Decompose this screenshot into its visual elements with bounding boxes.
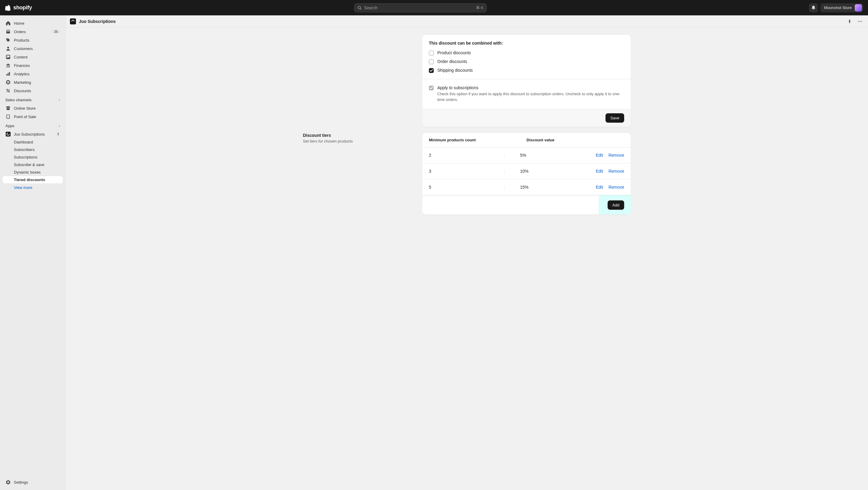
content-icon — [5, 54, 11, 60]
svg-point-8 — [7, 89, 8, 90]
svg-point-16 — [860, 21, 861, 22]
search-input[interactable]: Search ⌘ K — [354, 3, 487, 12]
svg-point-15 — [858, 21, 859, 22]
svg-point-2 — [7, 47, 9, 49]
remove-button[interactable]: Remove — [609, 185, 624, 189]
main-content: Juo Subscriptions This discount can be c… — [66, 16, 868, 490]
svg-point-12 — [8, 117, 8, 118]
nav-label: Orders — [14, 30, 26, 34]
check-label: Product discounts — [437, 50, 471, 55]
svg-point-4 — [7, 56, 8, 57]
tier-value: 15% — [505, 185, 595, 189]
home-icon — [5, 21, 11, 26]
nav-content[interactable]: Content — [2, 53, 63, 61]
nav-sub-subscribe-save[interactable]: Subscribe & save — [2, 161, 63, 169]
nav-label: Products — [14, 38, 29, 42]
shopify-logo-icon — [5, 4, 11, 11]
app-header-icon — [70, 19, 76, 24]
tier-row: 2 5% Edit Remove — [422, 147, 631, 163]
nav-products[interactable]: Products — [2, 36, 63, 44]
apps-header[interactable]: Apps › — [2, 121, 63, 130]
logo[interactable]: shopify — [5, 4, 32, 11]
svg-line-1 — [361, 8, 362, 10]
apply-subs-label: Apply to subscriptions — [437, 85, 624, 90]
pin-icon[interactable] — [56, 132, 60, 136]
search-icon — [358, 6, 362, 10]
nav-sub-dynamic-boxes[interactable]: Dynamic boxes — [2, 169, 63, 176]
col-value-header: Discount value — [527, 138, 624, 142]
save-button[interactable]: Save — [606, 113, 624, 123]
app-icon — [5, 131, 11, 137]
store-icon — [5, 105, 11, 111]
svg-line-10 — [7, 89, 10, 92]
page-header: Juo Subscriptions — [66, 16, 868, 27]
nav-online-store[interactable]: Online Store — [2, 104, 63, 113]
page-title: Juo Subscriptions — [79, 19, 116, 24]
nav-sub-dashboard[interactable]: Dashboard — [2, 138, 63, 146]
apply-subs-desc: Check this option if you want to apply t… — [437, 91, 624, 103]
nav-settings[interactable]: Settings — [2, 478, 63, 486]
checkbox-shipping-discounts[interactable] — [429, 68, 434, 73]
customers-icon — [5, 46, 11, 51]
combine-title: This discount can be combined with: — [429, 41, 624, 45]
nav-label: Juo Subscriptions — [14, 132, 45, 136]
checkbox-product-discounts[interactable] — [429, 51, 434, 56]
gear-icon — [5, 480, 11, 485]
nav-finances[interactable]: Finances — [2, 61, 63, 70]
notifications-button[interactable] — [809, 3, 818, 12]
store-name: Moonshot Store — [824, 5, 852, 10]
chevron-right-icon: › — [59, 98, 60, 102]
discounts-icon — [5, 88, 11, 93]
more-icon — [858, 19, 862, 24]
avatar — [855, 4, 862, 11]
nav-sub-tiered-discounts[interactable]: Tiered discounts — [2, 176, 63, 184]
checkbox-apply-subscriptions[interactable] — [429, 86, 434, 90]
add-highlight: Add — [608, 201, 624, 210]
svg-rect-6 — [8, 73, 9, 75]
nav-home[interactable]: Home — [2, 19, 63, 27]
tiers-subheading: Set tiers for chosen products — [303, 139, 415, 144]
more-button[interactable] — [856, 18, 864, 25]
combine-discount-card: This discount can be combined with: Prod… — [422, 35, 631, 127]
nav-sub-subscribers[interactable]: Subscribers — [2, 146, 63, 153]
nav-marketing[interactable]: Marketing — [2, 78, 63, 87]
edit-button[interactable]: Edit — [596, 185, 603, 189]
nav-label: Home — [14, 21, 24, 26]
topbar: shopify Search ⌘ K Moonshot Store — [0, 0, 868, 16]
add-button[interactable]: Add — [608, 201, 624, 210]
sales-channels-header[interactable]: Sales channels › — [2, 95, 63, 104]
svg-point-9 — [8, 91, 10, 92]
nav-analytics[interactable]: Analytics — [2, 70, 63, 78]
products-icon — [5, 37, 11, 43]
discount-tiers-card: Minimum products count Discount value 2 … — [422, 133, 631, 215]
nav-label: Point of Sale — [14, 115, 36, 119]
checkbox-order-discounts[interactable] — [429, 59, 434, 64]
nav-discounts[interactable]: Discounts — [2, 87, 63, 95]
nav-label: Customers — [14, 47, 33, 51]
edit-button[interactable]: Edit — [596, 169, 603, 174]
tier-value: 10% — [505, 169, 595, 174]
nav-label: Discounts — [14, 89, 31, 93]
pin-button[interactable] — [846, 18, 854, 25]
store-switcher[interactable]: Moonshot Store — [820, 3, 863, 12]
search-shortcut: ⌘ K — [476, 5, 484, 10]
remove-button[interactable]: Remove — [609, 153, 624, 158]
tier-count: 3 — [429, 169, 505, 174]
tier-count: 5 — [429, 185, 505, 189]
nav-label: Finances — [14, 63, 30, 68]
nav-orders[interactable]: Orders 25 — [2, 27, 63, 36]
nav-label: Analytics — [14, 72, 30, 76]
pos-icon — [5, 114, 11, 119]
edit-button[interactable]: Edit — [596, 153, 603, 158]
nav-label: Settings — [14, 480, 28, 485]
orders-icon — [5, 29, 11, 34]
remove-button[interactable]: Remove — [609, 169, 624, 174]
nav-label: Marketing — [14, 80, 31, 85]
nav-sub-subscriptions[interactable]: Subscriptions — [2, 153, 63, 161]
nav-app-juo[interactable]: Juo Subscriptions — [2, 130, 63, 138]
nav-customers[interactable]: Customers — [2, 44, 63, 53]
tier-row: 3 10% Edit Remove — [422, 163, 631, 179]
view-more-link[interactable]: View more — [2, 184, 63, 192]
logo-text: shopify — [13, 4, 32, 11]
nav-pos[interactable]: Point of Sale — [2, 113, 63, 121]
